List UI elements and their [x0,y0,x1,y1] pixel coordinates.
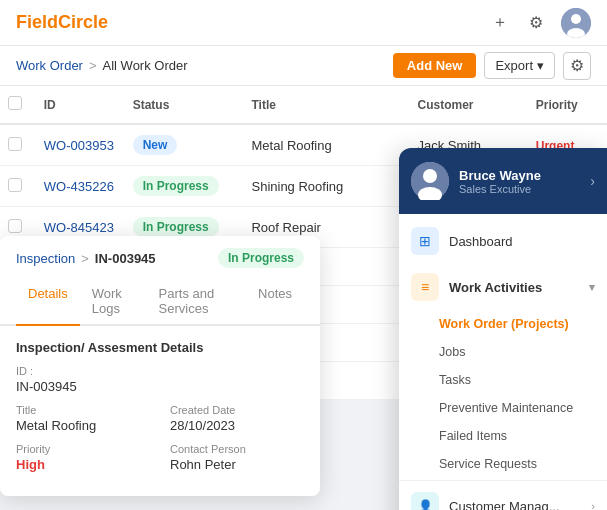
nav-item-work-activities[interactable]: ≡ Work Activities ▾ [399,264,607,310]
nav-sub-preventive[interactable]: Preventive Maintenance [399,394,607,422]
breadcrumb-work-order[interactable]: Work Order [16,58,83,73]
col-header-customer: Customer [410,86,528,124]
title-label: Title [16,404,150,416]
svg-point-4 [423,169,437,183]
inspection-header: Inspection > IN-003945 In Progress [0,236,320,268]
mobile-user-header[interactable]: Bruce Wayne Sales Excutive › [399,148,607,214]
app-logo: FieldCircle [16,12,108,33]
inspection-sep: > [81,251,89,266]
status-badge-in-progress: In Progress [133,217,219,237]
inspection-status-badge: In Progress [218,248,304,268]
row-checkbox[interactable] [8,178,22,192]
id-field-row: ID : IN-003945 [16,365,304,394]
app-header: FieldCircle ＋ ⚙ [0,0,607,46]
add-new-button[interactable]: Add New [393,53,477,78]
nav-item-customer[interactable]: 👤 Customer Manag... › [399,483,607,510]
col-header-id: ID [36,86,125,124]
breadcrumb-separator: > [89,58,97,73]
table-header-row: ID Status Title Customer Priority [0,86,607,124]
mobile-nav-card: Bruce Wayne Sales Excutive › ⊞ Dashboard… [399,148,607,510]
mobile-chevron-icon: › [590,173,595,189]
row-title: Shining Roofing [243,166,409,207]
inspection-link[interactable]: Inspection [16,251,75,266]
plus-icon[interactable]: ＋ [489,12,511,34]
id-field: ID : IN-003945 [16,365,304,394]
row-status: In Progress [125,166,244,207]
section-title: Inspection/ Assesment Details [16,340,304,355]
chevron-down-icon: ▾ [537,58,544,73]
nav-sub-jobs[interactable]: Jobs [399,338,607,366]
toolbar-actions: Add New Export ▾ ⚙ [393,52,591,80]
tab-details[interactable]: Details [16,278,80,326]
priority-value: High [16,457,150,472]
export-button[interactable]: Export ▾ [484,52,555,79]
breadcrumb-current: All Work Order [103,58,188,73]
breadcrumb: Work Order > All Work Order [16,58,188,73]
user-avatar[interactable] [561,8,591,38]
status-badge-in-progress: In Progress [133,176,219,196]
priority-label: Priority [16,443,150,455]
row-status: New [125,124,244,166]
header-actions: ＋ ⚙ [489,8,591,38]
row-checkbox[interactable] [8,137,22,151]
created-date-field: Created Date 28/10/2023 [170,404,304,433]
table-settings-icon[interactable]: ⚙ [563,52,591,80]
col-header-title: Title [243,86,409,124]
inspection-breadcrumb: Inspection > IN-003945 [16,251,156,266]
nav-sub-service-requests[interactable]: Service Requests [399,450,607,478]
status-badge-new: New [133,135,178,155]
contact-field: Contact Person Rohn Peter [170,443,304,472]
nav-sub-tasks[interactable]: Tasks [399,366,607,394]
nav-sub-failed[interactable]: Failed Items [399,422,607,450]
dashboard-icon: ⊞ [411,227,439,255]
inspection-body: Inspection/ Assesment Details ID : IN-00… [0,326,320,496]
svg-point-1 [571,14,581,24]
row-id: WO-003953 [36,124,125,166]
inspection-tabs: Details Work Logs Parts and Services Not… [0,278,320,326]
col-header-priority: Priority [528,86,607,124]
title-created-row: Title Metal Roofing Created Date 28/10/2… [16,404,304,433]
contact-label: Contact Person [170,443,304,455]
nav-sub-work-order[interactable]: Work Order (Projects) [399,310,607,338]
title-field: Title Metal Roofing [16,404,150,433]
work-activities-icon: ≡ [411,273,439,301]
contact-value: Rohn Peter [170,457,304,472]
mobile-user-info: Bruce Wayne Sales Excutive [459,168,580,195]
nav-label-work-activities: Work Activities [449,280,579,295]
nav-label-customer: Customer Manag... [449,499,581,511]
nav-divider-1 [399,480,607,481]
created-label: Created Date [170,404,304,416]
nav-label-dashboard: Dashboard [449,234,595,249]
inspection-id: IN-003945 [95,251,156,266]
settings-icon[interactable]: ⚙ [525,12,547,34]
mobile-user-role: Sales Excutive [459,183,580,195]
priority-contact-row: Priority High Contact Person Rohn Peter [16,443,304,472]
tab-parts-services[interactable]: Parts and Services [147,278,246,326]
mobile-nav-list: ⊞ Dashboard ≡ Work Activities ▾ Work Ord… [399,214,607,510]
title-value: Metal Roofing [16,418,150,433]
id-label: ID : [16,365,304,377]
row-title: Metal Roofing [243,124,409,166]
customer-chevron: › [591,500,595,510]
row-id: WO-435226 [36,166,125,207]
priority-field: Priority High [16,443,150,472]
customer-icon: 👤 [411,492,439,510]
id-value: IN-003945 [16,379,304,394]
select-all-checkbox[interactable] [8,96,22,110]
work-activities-chevron: ▾ [589,281,595,294]
col-header-status: Status [125,86,244,124]
tab-work-logs[interactable]: Work Logs [80,278,147,326]
inspection-card: Inspection > IN-003945 In Progress Detai… [0,236,320,496]
row-checkbox[interactable] [8,219,22,233]
created-value: 28/10/2023 [170,418,304,433]
mobile-user-name: Bruce Wayne [459,168,580,183]
nav-item-dashboard[interactable]: ⊞ Dashboard [399,218,607,264]
tab-notes[interactable]: Notes [246,278,304,326]
toolbar: Work Order > All Work Order Add New Expo… [0,46,607,86]
mobile-avatar [411,162,449,200]
